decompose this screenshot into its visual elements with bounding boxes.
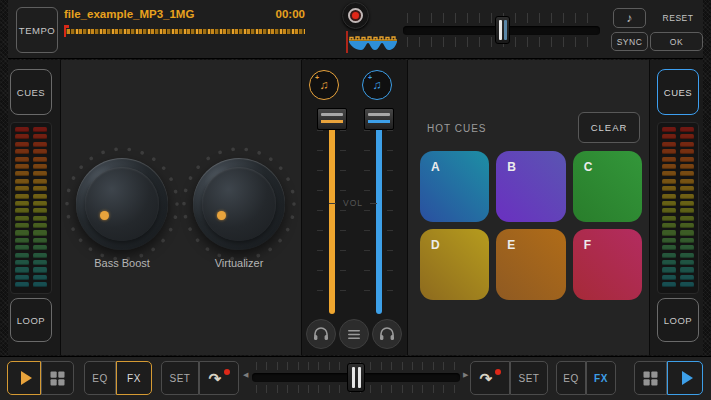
loop-button-right[interactable]: LOOP [657, 298, 699, 342]
ok-button[interactable]: OK [650, 32, 703, 51]
vu-led [662, 179, 676, 184]
pre-listen-a-button[interactable] [306, 319, 336, 349]
reset-button[interactable]: RESET [653, 8, 703, 28]
vu-led [33, 216, 47, 221]
load-track-a-button[interactable]: + ♫ [309, 70, 339, 100]
knob-label: Virtualizer [174, 257, 304, 269]
vu-led [33, 179, 47, 184]
set-cue-button-a[interactable]: SET [161, 361, 199, 395]
fader-b-ticks [387, 130, 393, 310]
bass-boost-knob[interactable] [76, 158, 168, 250]
knob-face [85, 167, 159, 241]
cues-button-right[interactable]: CUES [657, 69, 699, 115]
vu-led [662, 230, 676, 235]
mixer-menu-button[interactable] [339, 319, 369, 349]
vu-led [662, 223, 676, 228]
vu-led [33, 208, 47, 213]
tempo-slider-handle[interactable] [495, 16, 510, 44]
pre-listen-b-button[interactable] [372, 319, 402, 349]
vu-led [662, 260, 676, 265]
track-waveform[interactable] [64, 29, 305, 34]
set-cue-button-b[interactable]: SET [510, 361, 548, 395]
vu-led [33, 164, 47, 169]
clear-hot-cues-button[interactable]: CLEAR [578, 112, 640, 143]
hot-cue-pad-b[interactable]: B [496, 151, 565, 222]
play-button-a[interactable] [7, 361, 41, 395]
eq-button-a[interactable]: EQ [84, 361, 116, 395]
crossfader-handle[interactable] [347, 363, 365, 392]
vu-led [15, 223, 29, 228]
tempo-slider[interactable] [403, 13, 600, 47]
hot-cue-pad-d[interactable]: D [420, 229, 489, 300]
plus-icon: + [315, 74, 319, 81]
volume-fader-b-track[interactable] [376, 122, 382, 314]
volume-fader-a-handle[interactable] [317, 108, 347, 130]
tempo-button[interactable]: TEMPO [16, 7, 58, 53]
vu-led [33, 238, 47, 243]
vu-led [15, 267, 29, 272]
vu-led [15, 208, 29, 213]
hot-cue-pad-f[interactable]: F [573, 229, 642, 300]
vu-led [33, 157, 47, 162]
virtualizer-knob[interactable] [193, 158, 285, 250]
vu-led [662, 194, 676, 199]
vu-led [15, 230, 29, 235]
vu-led [15, 186, 29, 191]
vu-led [15, 245, 29, 250]
track-title: file_example_MP3_1MG [64, 8, 194, 20]
vu-led [33, 127, 47, 132]
vu-led [680, 171, 694, 176]
browse-button-b[interactable] [634, 361, 667, 395]
sync-button[interactable]: SYNC [611, 32, 648, 51]
volume-fader-a-track[interactable] [329, 122, 335, 314]
vu-led [15, 164, 29, 169]
loop-roll-button-a[interactable]: ↷ [199, 361, 239, 395]
play-button-b[interactable] [667, 361, 703, 395]
vu-led [33, 282, 47, 287]
crossfader-left-arrow-icon: ◀ [243, 371, 248, 379]
vu-led [680, 142, 694, 147]
menu-icon [348, 328, 360, 341]
fx-button-a[interactable]: FX [116, 361, 152, 395]
vu-led [680, 238, 694, 243]
play-icon [682, 371, 693, 385]
cues-button-left[interactable]: CUES [10, 69, 52, 115]
vu-led [680, 230, 694, 235]
crossfader[interactable] [252, 362, 460, 393]
browse-button-a[interactable] [41, 361, 74, 395]
key-note-button[interactable]: ♪ [613, 8, 646, 28]
knob-group-virtualizer: Virtualizer [174, 145, 304, 275]
vu-led [33, 253, 47, 258]
record-button[interactable] [342, 2, 369, 29]
vu-led [15, 179, 29, 184]
volume-fader-b-handle[interactable] [364, 108, 394, 130]
vu-led [15, 142, 29, 147]
vu-led [15, 171, 29, 176]
vu-led [33, 275, 47, 280]
vol-label: VOL [337, 198, 369, 208]
vu-led [680, 194, 694, 199]
overview-waveform[interactable] [341, 30, 399, 54]
vu-led [662, 171, 676, 176]
vu-led [680, 253, 694, 258]
vu-led [33, 230, 47, 235]
vu-led [33, 171, 47, 176]
plus-icon: + [368, 74, 372, 81]
loop-button-left[interactable]: LOOP [10, 298, 52, 342]
vu-led [662, 216, 676, 221]
hot-cue-pad-c[interactable]: C [573, 151, 642, 222]
load-track-b-button[interactable]: + ♫ [362, 70, 392, 100]
hot-cue-pad-a[interactable]: A [420, 151, 489, 222]
vu-led [680, 223, 694, 228]
fx-button-b[interactable]: FX [586, 361, 616, 395]
vu-led [680, 282, 694, 287]
vu-led [680, 208, 694, 213]
vu-led [15, 201, 29, 206]
vu-led [680, 127, 694, 132]
hot-cue-pad-e[interactable]: E [496, 229, 565, 300]
eq-button-b[interactable]: EQ [556, 361, 586, 395]
waveform-playhead [64, 25, 66, 37]
hot-cue-pad-label: A [431, 160, 440, 174]
curved-arrow-icon: ↷ [479, 371, 492, 386]
loop-roll-button-b[interactable]: ↷ [470, 361, 510, 395]
